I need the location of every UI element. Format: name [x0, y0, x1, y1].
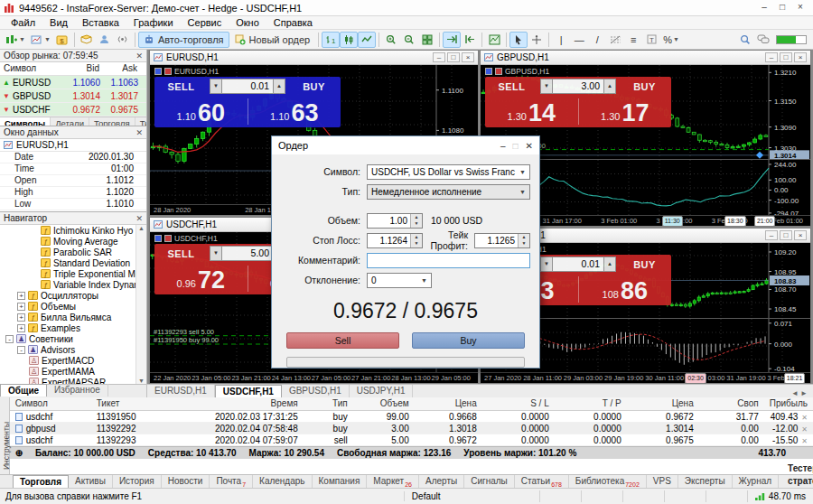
terminal-col-Тикет[interactable]: Тикет [91, 397, 177, 410]
autotrade-button[interactable]: Авто-торговля [138, 32, 229, 48]
menu-item-Окно[interactable]: Окно [229, 16, 266, 30]
bottom-tab-Библиотека[interactable]: Библиотека7202 [569, 475, 647, 488]
one-click-buy-button[interactable]: BUY [287, 81, 341, 92]
market-watch-row[interactable]: ▲EURUSD1.10601.1063 [0, 76, 146, 89]
deviation-select[interactable]: 0▼ [367, 273, 432, 288]
tab-scroll-arrows[interactable]: ◄ ► [786, 389, 813, 397]
time-axis[interactable]: 22 Jan 202023 Jan 05:0023 Jan 21:0024 Ja… [150, 372, 478, 383]
volume-down-icon[interactable]: ▼ [210, 79, 222, 94]
profiles-button[interactable]: ▼ [28, 32, 53, 48]
chart-tab-USDJPY,H1[interactable]: USDJPY,H1 [350, 385, 414, 397]
navigator-scrollbar[interactable]: ▲▼ [136, 225, 146, 384]
bottom-tab-Новости[interactable]: Новости [162, 475, 210, 488]
terminal-row[interactable]: gbpusd113922922020.02.04 07:58:48buy3.00… [10, 423, 813, 434]
terminal-col-S / L[interactable]: S / L [482, 397, 555, 410]
chart-minimize-button[interactable]: – [433, 52, 445, 62]
terminal-col-Цена[interactable]: Цена [415, 397, 482, 410]
trendline-tool[interactable]: / [588, 32, 606, 48]
order-dialog-titlebar[interactable]: Ордер –□✕ [272, 136, 539, 154]
vertical-line-tool[interactable]: | [552, 32, 570, 48]
maximize-button[interactable]: □ [773, 2, 791, 14]
chart-tab-GBPUSD,H1[interactable]: GBPUSD,H1 [282, 385, 350, 397]
navigator-item-Triple Exponential Movin[interactable]: ƒTriple Exponential Movin [0, 268, 146, 279]
chart-tab-USDCHF,H1[interactable]: USDCHF,H1 [215, 385, 282, 397]
collapse-icon[interactable]: - [5, 335, 14, 343]
volume-down-icon[interactable]: ▼ [210, 246, 222, 261]
bottom-tab-Маркет[interactable]: Маркет26 [367, 475, 419, 488]
zoom-in-button[interactable] [382, 32, 400, 48]
chart-shift-button[interactable] [461, 32, 479, 48]
line-chart-mode-button[interactable] [358, 32, 376, 48]
navigator-item-Variable Index Dynamic A[interactable]: ƒVariable Index Dynamic A [0, 279, 146, 290]
collapse-icon[interactable]: - [17, 346, 25, 354]
close-position-icon[interactable]: ✕ [801, 414, 808, 422]
new-order-button[interactable]: Новый ордер [229, 32, 316, 48]
wallet-icon[interactable] [78, 32, 96, 48]
bottom-tab-Календарь[interactable]: Календарь [253, 475, 312, 488]
oneclick-toggle-icon[interactable] [154, 235, 162, 242]
chart-minimize-button[interactable]: – [765, 52, 778, 62]
menu-item-Графики[interactable]: Графики [126, 16, 181, 30]
menu-item-Вид[interactable]: Вид [42, 16, 75, 30]
buy-price[interactable]: 1.1063 [248, 96, 341, 127]
order-type-select[interactable]: Немедленное исполнение▼ [367, 184, 530, 200]
comment-input[interactable] [367, 253, 530, 268]
bottom-tab-Журнал[interactable]: Журнал [733, 475, 780, 488]
expand-icon[interactable]: + [17, 303, 25, 311]
dialog-close-button[interactable]: ✕ [526, 141, 533, 151]
bottom-tab-История[interactable]: История [113, 475, 162, 488]
terminal-col-Тип[interactable]: Тип [304, 397, 353, 410]
one-click-buy-button[interactable]: BUY [618, 81, 671, 92]
text-tool[interactable]: T [642, 32, 660, 48]
navigator-close-icon[interactable]: ✕ [136, 214, 143, 223]
market-watch-tab-Торговля[interactable]: Торговля [89, 117, 136, 126]
navigator-tab-Избранное[interactable]: Избранное [47, 384, 108, 397]
bar-chart-mode-button[interactable]: 1 [322, 32, 340, 48]
history-center-button[interactable]: $ [53, 32, 71, 48]
oneclick-toggle-icon[interactable] [495, 68, 502, 75]
cursor-tool-button[interactable] [509, 32, 528, 48]
one-click-sell-button[interactable]: SELL [485, 81, 538, 92]
chart-maximize-button[interactable]: □ [447, 52, 460, 62]
mw-col-Символ[interactable]: Символ [0, 62, 65, 75]
volume-value[interactable]: 5.00 [222, 246, 273, 261]
volume-down-icon[interactable]: ▼ [540, 257, 553, 272]
new-chart-button[interactable]: ▼ [3, 32, 28, 48]
mw-col-Ask[interactable]: Ask [103, 62, 141, 75]
volume-up-icon[interactable]: ▲ [273, 79, 285, 94]
zoom-out-button[interactable] [400, 32, 418, 48]
bottom-tab-Статьи[interactable]: Статьи678 [515, 475, 569, 488]
terminal-row[interactable]: usdchf113919502020.02.03 17:31:25buy99.0… [10, 411, 813, 423]
expand-icon[interactable]: + [17, 324, 25, 332]
close-button[interactable]: × [791, 2, 809, 14]
volume-up-icon[interactable]: ▲ [603, 79, 616, 94]
signal-icon[interactable] [114, 32, 132, 48]
close-position-icon[interactable]: ✕ [801, 437, 808, 445]
bottom-tab-Компания[interactable]: Компания [313, 475, 368, 488]
volume-value[interactable]: 0.01 [222, 79, 273, 94]
navigator-item-Examples[interactable]: +ƒExamples [0, 322, 146, 333]
fibonacci-tool[interactable] [606, 32, 624, 48]
sell-price[interactable]: 0.9672 [154, 263, 248, 294]
chart-maximize-button[interactable]: □ [780, 230, 792, 240]
bottom-tab-Эксперты[interactable]: Эксперты [678, 475, 733, 488]
market-watch-tab-Тики[interactable]: Тики [136, 117, 146, 126]
sell-price[interactable]: 1.3014 [485, 96, 578, 127]
terminal-col-T / P[interactable]: T / P [555, 397, 627, 410]
autoscroll-button[interactable] [443, 32, 461, 48]
oneclick-toggle-icon[interactable] [164, 68, 172, 75]
volume-value[interactable]: 0.01 [553, 257, 603, 272]
navigator-item-Объемы[interactable]: +ƒОбъемы [0, 301, 146, 312]
terminal-side-strip[interactable]: Инструменты [0, 397, 10, 474]
strategy-tester-button[interactable]: Тестер стратегий [779, 462, 813, 488]
terminal-col-Время[interactable]: Время [177, 397, 304, 410]
channels-tool[interactable]: ≡ [624, 32, 642, 48]
symbol-select[interactable]: USDCHF, US Dollar vs Swiss Franc▼ [367, 164, 530, 180]
data-window-close-icon[interactable]: ✕ [136, 128, 143, 137]
navigator-item-Билла Вильямса[interactable]: +ƒБилла Вильямса [0, 312, 146, 322]
close-position-icon[interactable]: ✕ [801, 425, 808, 434]
buy-price[interactable]: 1.3017 [579, 96, 672, 127]
navigator-item-Советники[interactable]: -♟Советники [0, 333, 146, 344]
oneclick-toggle-icon[interactable] [485, 68, 492, 75]
tile-windows-button[interactable] [418, 32, 436, 48]
